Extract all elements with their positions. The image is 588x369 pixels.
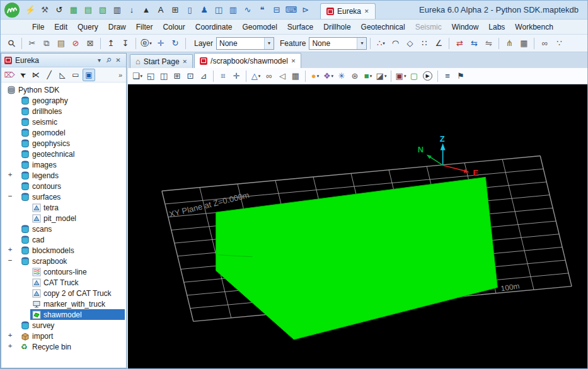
menu-filter[interactable]: Filter bbox=[131, 21, 158, 33]
cut-icon[interactable]: ✂ bbox=[25, 37, 39, 50]
menu-file[interactable]: File bbox=[27, 21, 49, 33]
layer-select[interactable]: None ▾ bbox=[216, 37, 274, 50]
sync-icon[interactable]: ↺ bbox=[52, 3, 66, 17]
tab-close-icon[interactable]: ✕ bbox=[364, 8, 369, 14]
expand-icon[interactable]: + bbox=[6, 171, 14, 179]
expand-icon[interactable]: + bbox=[6, 331, 14, 339]
user-session-icon[interactable]: ♟ bbox=[197, 3, 211, 17]
tree-item-contours[interactable]: contours bbox=[1, 181, 126, 191]
menu-drillhole[interactable]: Drillhole bbox=[318, 21, 355, 33]
menu-colour[interactable]: Colour bbox=[158, 21, 190, 33]
tree-item-survey[interactable]: survey bbox=[1, 320, 126, 331]
clip-box-icon[interactable]: ◪▾ bbox=[375, 70, 388, 82]
tree-item-cad[interactable]: cad bbox=[1, 234, 126, 245]
titlebar-tab-eureka[interactable]: Eureka ✕ bbox=[320, 3, 376, 19]
tree-item-seismic[interactable]: seismic bbox=[1, 116, 126, 127]
plane-select-icon[interactable]: ▣ bbox=[83, 69, 95, 81]
3d-viewport[interactable]: XY Plane at Z=0.000m 100m Z N E bbox=[128, 84, 587, 368]
polygon-tool-icon[interactable]: ◇ bbox=[403, 37, 417, 50]
select-cursor-icon[interactable]: ➤ bbox=[16, 69, 29, 81]
spreadsheet-icon[interactable]: ▦ bbox=[67, 3, 81, 17]
trim-icon[interactable]: ⊠ bbox=[83, 37, 97, 50]
3d-scene[interactable]: XY Plane at Z=0.000m 100m Z N E bbox=[128, 84, 587, 368]
zoom-box-icon[interactable]: ⌗ bbox=[217, 70, 229, 82]
tree-item-geomodel[interactable]: geomodel bbox=[1, 127, 126, 138]
level-flag-icon[interactable]: ⚑ bbox=[454, 70, 467, 82]
line-select-icon[interactable]: ╱ bbox=[43, 69, 55, 81]
swap-grey-icon[interactable]: ⇋ bbox=[481, 37, 495, 50]
snap-angle-icon[interactable]: ∠ bbox=[432, 37, 446, 50]
clear-selection-icon[interactable]: ⌦ bbox=[3, 69, 16, 81]
signal-icon[interactable]: ∿ bbox=[241, 3, 255, 17]
chevron-down-icon[interactable]: ▾ bbox=[264, 38, 274, 49]
grid-toggle-icon[interactable]: ▦ bbox=[289, 70, 302, 82]
tree-item-import[interactable]: +import bbox=[1, 331, 126, 341]
fit-view-icon[interactable]: ⊡ bbox=[184, 70, 197, 82]
plan-view-icon[interactable]: ⊿ bbox=[197, 70, 210, 82]
tab-close-icon[interactable]: ✕ bbox=[183, 59, 188, 65]
search-icon[interactable]: ⚲ bbox=[4, 37, 18, 50]
appearance-menu-icon[interactable]: △▾ bbox=[250, 70, 262, 82]
console-icon[interactable]: ⌨ bbox=[284, 3, 298, 17]
effects-icon[interactable]: ✳ bbox=[335, 70, 348, 82]
chat-icon[interactable]: ❝ bbox=[255, 3, 269, 17]
tree-item-drillholes[interactable]: drillholes bbox=[1, 106, 126, 116]
notes-icon[interactable]: ▯ bbox=[183, 3, 197, 17]
box-select-icon[interactable]: ▭ bbox=[69, 69, 82, 81]
expand-icon[interactable]: + bbox=[6, 246, 14, 254]
record-menu-icon[interactable]: ▣▾ bbox=[395, 70, 407, 82]
view-menu-icon[interactable]: ❏▾ bbox=[131, 70, 144, 82]
cancel-icon[interactable]: ⊘ bbox=[69, 37, 83, 50]
tab-close-icon[interactable]: ✕ bbox=[291, 58, 296, 64]
paste-icon[interactable]: ▤ bbox=[54, 37, 68, 50]
report-icon[interactable]: ▥ bbox=[110, 3, 124, 17]
tracks-icon[interactable]: ∵ bbox=[552, 37, 566, 50]
tree-item-geography[interactable]: geography bbox=[1, 95, 126, 106]
tree-item-geophysics[interactable]: geophysics bbox=[1, 138, 126, 149]
tree-item-scrapbook[interactable]: −scrapbook bbox=[1, 256, 126, 266]
panels-icon[interactable]: ⊟ bbox=[270, 3, 284, 17]
copy-icon[interactable]: ⧉ bbox=[40, 37, 54, 50]
triangle-select-icon[interactable]: ◺ bbox=[56, 69, 69, 81]
tree-item-contours-line[interactable]: contours-line bbox=[1, 266, 126, 277]
tree-item-cat-truck[interactable]: CAT Truck bbox=[1, 277, 126, 288]
menu-draw[interactable]: Draw bbox=[103, 21, 131, 33]
solid-display-icon[interactable]: ■▾ bbox=[362, 70, 374, 82]
tree-item-geotechnical[interactable]: geotechnical bbox=[1, 149, 126, 159]
connect-icon[interactable]: ∞ bbox=[538, 37, 551, 50]
tree-item-shawmodel[interactable]: shawmodel bbox=[1, 309, 126, 320]
tree-item-images[interactable]: images bbox=[1, 159, 126, 170]
terrain-icon[interactable]: ▲ bbox=[139, 3, 153, 17]
texture-menu-icon[interactable]: ❖▾ bbox=[322, 70, 335, 82]
menu-surface[interactable]: Surface bbox=[282, 21, 318, 33]
tree-item-scans[interactable]: scans bbox=[1, 224, 126, 234]
menu-labs[interactable]: Labs bbox=[483, 21, 510, 33]
tree-item-pit-model[interactable]: pit_model bbox=[1, 213, 126, 224]
menu-window[interactable]: Window bbox=[447, 21, 484, 33]
swap-red-icon[interactable]: ⇄ bbox=[453, 37, 466, 50]
swap-blue-icon[interactable]: ⇆ bbox=[467, 37, 481, 50]
chevron-down-icon[interactable]: ▾ bbox=[95, 57, 104, 64]
maximize-view-icon[interactable]: ◱ bbox=[144, 70, 157, 82]
maptek-logo-icon[interactable] bbox=[3, 1, 21, 19]
close-icon[interactable]: ✕ bbox=[113, 57, 123, 64]
database-view-icon[interactable]: ▥ bbox=[226, 3, 240, 17]
tab-scrapbook-shawmodel[interactable]: /scrapbook/shawmodel✕ bbox=[194, 53, 301, 68]
tree-item-surfaces[interactable]: −surfaces bbox=[1, 191, 126, 202]
download-icon[interactable]: ↓ bbox=[125, 3, 139, 17]
tree-item-blockmodels[interactable]: +blockmodels bbox=[1, 245, 126, 256]
collapse-icon[interactable]: − bbox=[6, 256, 14, 264]
fence-select-icon[interactable]: ⋉ bbox=[30, 69, 42, 81]
capture-icon[interactable]: ⚡ bbox=[23, 3, 37, 17]
menu-edit[interactable]: Edit bbox=[49, 21, 72, 33]
pan-view-icon[interactable]: ✛ bbox=[230, 70, 243, 82]
present-icon[interactable]: ▢ bbox=[408, 70, 420, 82]
orbit-icon[interactable]: ⊛ bbox=[349, 70, 361, 82]
points-tool-icon[interactable]: ∷ bbox=[417, 37, 431, 50]
align-grid-icon[interactable]: ⊞ bbox=[168, 3, 182, 17]
curve-tool-icon[interactable]: ◠ bbox=[388, 37, 402, 50]
menu-geotechnical[interactable]: Geotechnical bbox=[356, 21, 410, 33]
point-snap-icon[interactable]: ∴▾ bbox=[374, 37, 388, 50]
run-window-icon[interactable]: ⊳ bbox=[299, 3, 313, 17]
menu-seismic[interactable]: Seismic bbox=[410, 21, 447, 33]
